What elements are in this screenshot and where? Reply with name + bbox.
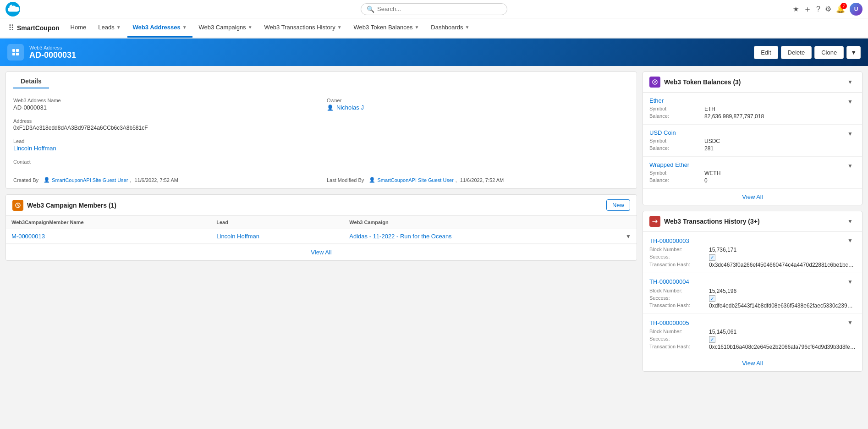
web3-address-name-value: AD-0000031 (13, 104, 316, 111)
member-lead-link[interactable]: Lincoln Hoffman (216, 233, 259, 240)
token-balances-icon: ₮ (649, 77, 660, 88)
token-balance-value: 281 (704, 145, 856, 152)
nav-leads[interactable]: Leads ▼ (93, 18, 126, 38)
nav-web3-addresses[interactable]: Web3 Addresses ▼ (127, 18, 192, 38)
member-campaign-link[interactable]: Adidas - 11-2022 - Run for the Oceans (349, 233, 451, 240)
user-avatar[interactable]: U (850, 3, 863, 16)
token-balance-value: 82,636,989,877,797,018 (704, 113, 856, 120)
tx-success-value: ✓ (709, 336, 856, 343)
nav-web3-campaigns-chevron: ▼ (248, 25, 253, 30)
tx-view-all-link[interactable]: View All (742, 360, 763, 367)
tx-success-checkbox: ✓ (709, 336, 715, 343)
nav-home[interactable]: Home (65, 18, 92, 38)
member-campaign-cell: Adidas - 11-2022 - Run for the Oceans ▼ (344, 229, 637, 244)
token-fields: Symbol: ETH Balance: 82,636,989,877,797,… (649, 106, 856, 120)
transactions-list: TH-000000003 ▼ Block Number: 15,736,171 … (643, 232, 862, 355)
token-balances-expand-button[interactable]: ▼ (845, 78, 856, 86)
svg-rect-4 (16, 53, 19, 55)
app-nav-logo[interactable]: ⠿ SmartCoupon (4, 18, 64, 38)
nav-home-label: Home (71, 24, 87, 31)
details-card: Details Web3 Address Name AD-0000031 Own… (5, 72, 637, 189)
notifications-button[interactable]: 🔔 7 (836, 5, 845, 13)
tx-item-expand[interactable]: ▼ (845, 278, 856, 286)
token-item: Ether ▼ Symbol: ETH Balance: 82,636,989,… (643, 93, 862, 125)
transactions-header: Web3 Transactions History (3+) ▼ (643, 211, 862, 232)
tx-success-label: Success: (649, 254, 709, 261)
web3-address-name-field: Web3 Address Name AD-0000031 (13, 98, 316, 111)
nav-web3-token-balances[interactable]: Web3 Token Balances ▼ (348, 18, 425, 38)
owner-value[interactable]: Nicholas J (336, 104, 364, 111)
top-nav-right: ★ ＋ ? ⚙ 🔔 7 U (793, 3, 863, 16)
content-area: Details Web3 Address Name AD-0000031 Own… (0, 66, 868, 377)
top-nav-left (5, 2, 20, 16)
token-item-expand[interactable]: ▼ (845, 130, 856, 138)
lead-value[interactable]: Lincoln Hoffman (13, 145, 316, 152)
member-name-link[interactable]: M-00000013 (11, 233, 45, 240)
transactions-header-left: Web3 Transactions History (3+) (649, 216, 760, 227)
token-name-link[interactable]: Wrapped Ether (649, 161, 689, 168)
salesforce-logo[interactable] (5, 2, 20, 16)
tx-success-checkbox: ✓ (709, 295, 715, 302)
tx-block-label: Block Number: (649, 247, 709, 253)
token-name-link[interactable]: USD Coin (649, 129, 676, 136)
last-modified-label: Last Modified By (327, 177, 364, 183)
nav-web3-token-balances-label: Web3 Token Balances (354, 24, 413, 31)
nav-web3-token-balances-chevron: ▼ (414, 25, 419, 30)
nav-web3-transactions[interactable]: Web3 Transactions History ▼ (259, 18, 347, 38)
created-by-icon: 👤 (44, 177, 50, 183)
token-balances-title: Web3 Token Balances (3) (664, 78, 741, 86)
token-item-expand[interactable]: ▼ (845, 98, 856, 106)
token-symbol-label: Symbol: (649, 170, 704, 176)
campaign-view-all-link[interactable]: View All (311, 249, 331, 256)
help-button[interactable]: ? (816, 5, 820, 13)
details-grid: Web3 Address Name AD-0000031 Owner 👤 Nic… (6, 92, 637, 171)
token-fields: Symbol: USDC Balance: 281 (649, 138, 856, 152)
tx-name-link[interactable]: TH-000000005 (649, 319, 689, 326)
nav-dashboards-chevron: ▼ (465, 25, 469, 30)
last-modified-icon: 👤 (369, 177, 375, 183)
delete-button[interactable]: Delete (781, 46, 812, 59)
web3-address-name-label: Web3 Address Name (13, 98, 316, 103)
campaign-members-title: Web3 Campaign Members (1) (27, 202, 116, 209)
last-modified-value[interactable]: SmartCouponAPI Site Guest User (377, 177, 453, 183)
tx-success-value: ✓ (709, 295, 856, 302)
favorites-button[interactable]: ★ (793, 5, 799, 13)
lead-label: Lead (13, 138, 316, 144)
col-lead: Lead (211, 216, 344, 229)
token-balance-value: 0 (704, 177, 856, 184)
new-campaign-member-button[interactable]: New (606, 199, 630, 211)
campaign-view-all-row: View All (6, 244, 637, 260)
tx-block-value: 15,736,171 (709, 247, 856, 253)
nav-dashboards[interactable]: Dashboards ▼ (425, 18, 475, 38)
notification-count: 7 (841, 3, 847, 9)
token-name-link[interactable]: Ether (649, 97, 664, 104)
left-panel: Details Web3 Address Name AD-0000031 Own… (5, 72, 637, 372)
token-view-all-link[interactable]: View All (742, 193, 763, 200)
setup-button[interactable]: ⚙ (825, 5, 831, 13)
tx-item-expand[interactable]: ▼ (845, 236, 856, 245)
nav-web3-campaigns[interactable]: Web3 Campaigns ▼ (193, 18, 258, 38)
tx-hash-label: Transaction Hash: (649, 344, 709, 350)
edit-button[interactable]: Edit (754, 46, 778, 59)
created-by-value[interactable]: SmartCouponAPI Site Guest User (52, 177, 128, 183)
last-modified-item: Last Modified By 👤 SmartCouponAPI Site G… (327, 177, 629, 183)
transactions-expand-button[interactable]: ▼ (845, 217, 856, 226)
campaign-members-header: Web3 Campaign Members (1) New (6, 195, 637, 216)
tx-success-checkbox: ✓ (709, 254, 715, 261)
more-actions-button[interactable]: ▼ (846, 46, 861, 59)
svg-rect-3 (12, 53, 15, 55)
token-view-all-row: View All (643, 188, 862, 205)
row-dropdown-button[interactable]: ▼ (626, 233, 631, 240)
token-item-expand[interactable]: ▼ (845, 162, 856, 170)
col-member-name: Web3CampaignMember Name (6, 216, 211, 229)
top-nav: 🔍 ★ ＋ ? ⚙ 🔔 7 U (0, 0, 868, 18)
tx-block-label: Block Number: (649, 329, 709, 335)
tx-item: TH-000000005 ▼ Block Number: 15,145,061 … (643, 314, 862, 355)
tx-name-link[interactable]: TH-000000003 (649, 237, 689, 244)
tx-name-link[interactable]: TH-000000004 (649, 278, 689, 285)
add-button[interactable]: ＋ (803, 4, 812, 15)
clone-button[interactable]: Clone (814, 46, 844, 59)
tx-item-expand[interactable]: ▼ (845, 319, 856, 327)
search-input[interactable] (377, 6, 501, 12)
page-header-actions: Edit Delete Clone ▼ (754, 46, 861, 59)
